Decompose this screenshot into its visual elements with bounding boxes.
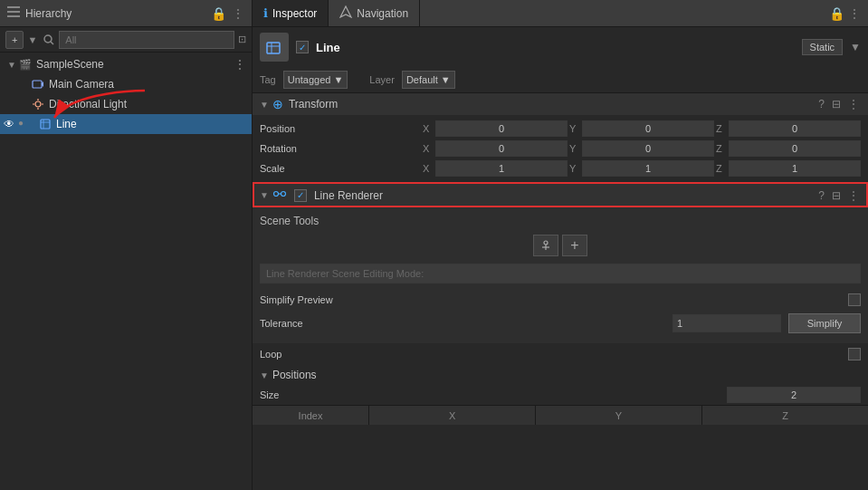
static-dropdown-arrow[interactable]: ▼ <box>850 41 861 53</box>
rotation-x-label: X <box>423 143 434 154</box>
inspector-lock-icon[interactable]: 🔒 <box>829 6 844 21</box>
anchor-tool-button[interactable] <box>533 235 558 256</box>
scale-x-input[interactable] <box>435 160 568 177</box>
svg-point-3 <box>44 35 52 43</box>
tree-item-line[interactable]: 👁 ● Line <box>0 114 252 134</box>
scale-x-item: X <box>423 160 568 177</box>
more-options-icon[interactable]: ⋮ <box>232 6 244 21</box>
line-renderer-header[interactable]: ▼ Line Renderer ? ⊟ ⋮ <box>253 182 868 207</box>
position-z-input[interactable] <box>729 120 861 137</box>
rotation-z-input[interactable] <box>729 140 861 157</box>
transform-settings-icon[interactable]: ⊟ <box>830 98 843 110</box>
expand-arrow-2 <box>18 78 31 91</box>
editing-mode-field: Line Renderer Scene Editing Mode: <box>260 264 861 283</box>
transform-header[interactable]: ▼ ⊕ Transform ? ⊟ ⋮ <box>253 92 868 115</box>
lock-icon[interactable]: 🔒 <box>211 6 226 21</box>
tolerance-input[interactable] <box>672 314 781 332</box>
lr-active-checkbox[interactable] <box>294 189 307 202</box>
lr-actions: ? ⊟ ⋮ <box>816 189 861 202</box>
svg-line-4 <box>51 42 53 44</box>
tag-dropdown[interactable]: Untagged ▼ <box>283 71 348 89</box>
scale-y-label: Y <box>569 163 580 174</box>
transform-body: Position X Y Z <box>253 115 868 182</box>
position-x-label: X <box>423 123 434 134</box>
lr-more-icon[interactable]: ⋮ <box>846 189 861 202</box>
position-xyz: X Y Z <box>423 120 861 137</box>
scale-y-item: Y <box>569 160 714 177</box>
select-icon[interactable]: ● <box>18 118 24 128</box>
svg-point-23 <box>544 241 548 245</box>
scale-z-label: Z <box>716 163 727 174</box>
loop-checkbox[interactable] <box>848 348 861 360</box>
tree-item-maincamera[interactable]: Main Camera <box>0 74 252 94</box>
size-input[interactable] <box>727 387 861 403</box>
scale-y-input[interactable] <box>582 160 714 177</box>
svg-point-21 <box>281 192 285 197</box>
search-input[interactable] <box>59 31 234 49</box>
visibility-icon[interactable]: 👁 <box>4 118 14 130</box>
col-y: Y <box>536 406 702 425</box>
tab-inspector[interactable]: ℹ Inspector <box>253 0 329 26</box>
plus-icon: + <box>570 238 578 253</box>
simplify-button[interactable]: Simplify <box>788 313 861 333</box>
position-y-item: Y <box>569 120 714 137</box>
svg-rect-5 <box>33 81 42 88</box>
scene-tools-buttons: + <box>260 235 861 256</box>
hamburger-icon <box>7 6 20 20</box>
position-x-input[interactable] <box>435 120 568 137</box>
layer-dropdown[interactable]: Default ▼ <box>402 71 455 89</box>
positions-table-header: Index X Y Z <box>253 405 868 425</box>
scene-menu-icon[interactable]: ⋮ <box>234 57 246 72</box>
static-button[interactable]: Static <box>802 39 844 55</box>
tree-item-directionallight[interactable]: Directional Light <box>0 94 252 114</box>
lr-name: Line Renderer <box>314 189 813 202</box>
transform-help-icon[interactable]: ? <box>816 98 826 110</box>
tree-item-samplescene[interactable]: ▼ 🎬 SampleScene ⋮ <box>0 54 252 74</box>
navigation-tab-label: Navigation <box>357 7 408 20</box>
lr-help-icon[interactable]: ? <box>816 189 826 202</box>
rotation-z-label: Z <box>716 143 727 154</box>
tab-navigation[interactable]: Navigation <box>329 0 420 26</box>
position-y-input[interactable] <box>582 120 714 137</box>
transform-expand-arrow: ▼ <box>260 100 269 110</box>
rotation-x-input[interactable] <box>435 140 568 157</box>
svg-point-7 <box>35 101 41 107</box>
tag-arrow: ▼ <box>333 74 343 85</box>
lr-expand-arrow: ▼ <box>260 190 269 200</box>
object-icon <box>38 117 52 131</box>
object-active-checkbox[interactable] <box>296 41 309 53</box>
tab-spacer <box>420 0 822 26</box>
light-label: Directional Light <box>49 98 127 110</box>
lr-settings-icon[interactable]: ⊟ <box>830 189 843 202</box>
position-row: Position X Y Z <box>253 119 868 139</box>
scale-xyz: X Y Z <box>423 160 861 177</box>
add-button[interactable]: + <box>5 31 24 49</box>
inspector-more-icon[interactable]: ⋮ <box>848 6 861 21</box>
scene-selector-icon[interactable]: ⊡ <box>238 34 246 45</box>
object-header: Line Static ▼ <box>253 27 868 67</box>
rotation-y-input[interactable] <box>582 140 714 157</box>
hierarchy-header: Hierarchy 🔒 ⋮ <box>0 0 252 27</box>
svg-rect-1 <box>7 11 20 13</box>
navigation-tab-icon <box>339 5 352 21</box>
rotation-xyz: X Y Z <box>423 140 861 157</box>
inspector-body: Line Static ▼ Tag Untagged ▼ Layer Defau… <box>253 27 868 490</box>
dropdown-arrow: ▼ <box>27 34 37 45</box>
svg-rect-0 <box>7 6 20 8</box>
layer-arrow: ▼ <box>441 74 451 85</box>
transform-more-icon[interactable]: ⋮ <box>846 98 861 110</box>
position-z-item: Z <box>716 120 861 137</box>
add-point-button[interactable]: + <box>562 235 587 256</box>
rotation-x-item: X <box>423 140 568 157</box>
svg-rect-17 <box>267 43 280 53</box>
lr-icon <box>272 187 287 204</box>
line-renderer-body: Scene Tools + Line Renderer Scene Editin… <box>253 207 868 343</box>
camera-label: Main Camera <box>49 78 114 91</box>
inspector-tab-icon: ℹ <box>263 6 268 20</box>
simplify-preview-checkbox[interactable] <box>848 293 861 306</box>
col-x: X <box>369 406 536 425</box>
scale-label: Scale <box>260 163 423 174</box>
layer-label: Layer <box>369 74 395 85</box>
inspector-tab-label: Inspector <box>272 7 317 20</box>
scale-z-input[interactable] <box>729 160 861 177</box>
